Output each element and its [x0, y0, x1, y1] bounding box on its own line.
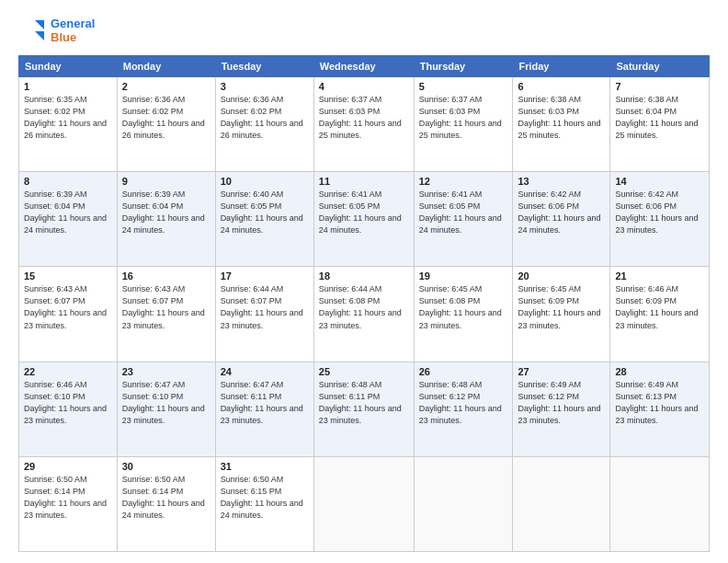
calendar-cell: 4 Sunrise: 6:37 AMSunset: 6:03 PMDayligh… [313, 77, 414, 172]
day-detail: Sunrise: 6:35 AMSunset: 6:02 PMDaylight:… [24, 95, 107, 140]
calendar-cell: 14 Sunrise: 6:42 AMSunset: 6:06 PMDaylig… [610, 172, 710, 267]
day-detail: Sunrise: 6:38 AMSunset: 6:04 PMDaylight:… [615, 95, 698, 140]
calendar-cell [414, 456, 513, 551]
day-number: 13 [518, 176, 605, 187]
calendar-cell: 6 Sunrise: 6:38 AMSunset: 6:03 PMDayligh… [513, 77, 610, 172]
calendar-cell: 21 Sunrise: 6:46 AMSunset: 6:09 PMDaylig… [610, 267, 710, 362]
calendar-cell: 10 Sunrise: 6:40 AMSunset: 6:05 PMDaylig… [215, 172, 313, 267]
calendar-cell: 18 Sunrise: 6:44 AMSunset: 6:08 PMDaylig… [313, 267, 414, 362]
day-detail: Sunrise: 6:50 AMSunset: 6:15 PMDaylight:… [221, 475, 303, 520]
svg-marker-1 [35, 20, 44, 29]
col-header-saturday: Saturday [610, 56, 710, 77]
day-detail: Sunrise: 6:47 AMSunset: 6:10 PMDaylight:… [122, 380, 205, 425]
header: General Blue [18, 17, 710, 46]
day-detail: Sunrise: 6:39 AMSunset: 6:04 PMDaylight:… [122, 190, 205, 235]
day-number: 24 [221, 366, 309, 377]
calendar-cell: 25 Sunrise: 6:48 AMSunset: 6:11 PMDaylig… [313, 362, 414, 456]
day-detail: Sunrise: 6:43 AMSunset: 6:07 PMDaylight:… [122, 284, 205, 329]
day-number: 1 [24, 81, 112, 92]
week-row-5: 29 Sunrise: 6:50 AMSunset: 6:14 PMDaylig… [19, 456, 710, 551]
day-number: 25 [319, 366, 409, 377]
day-detail: Sunrise: 6:37 AMSunset: 6:03 PMDaylight:… [419, 95, 502, 140]
calendar-cell [313, 456, 414, 551]
calendar-cell: 24 Sunrise: 6:47 AMSunset: 6:11 PMDaylig… [215, 362, 313, 456]
logo-line2: Blue [51, 31, 95, 45]
day-number: 6 [518, 81, 605, 92]
day-detail: Sunrise: 6:47 AMSunset: 6:11 PMDaylight:… [221, 380, 303, 425]
day-number: 20 [518, 270, 605, 282]
day-number: 22 [24, 366, 112, 377]
calendar-cell: 1 Sunrise: 6:35 AMSunset: 6:02 PMDayligh… [19, 77, 118, 172]
calendar-table: SundayMondayTuesdayWednesdayThursdayFrid… [18, 55, 710, 552]
page: General Blue SundayMondayTuesdayWednesda… [0, 0, 728, 563]
calendar-cell [513, 456, 610, 551]
day-number: 8 [24, 176, 112, 187]
day-number: 30 [122, 461, 210, 472]
day-detail: Sunrise: 6:48 AMSunset: 6:11 PMDaylight:… [319, 380, 402, 425]
col-header-friday: Friday [513, 56, 610, 77]
day-detail: Sunrise: 6:42 AMSunset: 6:06 PMDaylight:… [518, 190, 600, 235]
day-detail: Sunrise: 6:43 AMSunset: 6:07 PMDaylight:… [24, 284, 107, 329]
day-number: 19 [419, 270, 508, 282]
day-number: 12 [419, 176, 508, 187]
calendar-cell: 29 Sunrise: 6:50 AMSunset: 6:14 PMDaylig… [19, 456, 118, 551]
day-detail: Sunrise: 6:49 AMSunset: 6:13 PMDaylight:… [615, 380, 698, 425]
day-number: 5 [419, 81, 508, 92]
day-number: 26 [419, 366, 508, 377]
calendar-header-row: SundayMondayTuesdayWednesdayThursdayFrid… [19, 56, 710, 77]
calendar-cell: 26 Sunrise: 6:48 AMSunset: 6:12 PMDaylig… [414, 362, 513, 456]
calendar-cell [610, 456, 710, 551]
day-number: 10 [221, 176, 309, 187]
calendar-cell: 5 Sunrise: 6:37 AMSunset: 6:03 PMDayligh… [414, 77, 513, 172]
day-detail: Sunrise: 6:36 AMSunset: 6:02 PMDaylight:… [122, 95, 205, 140]
calendar-cell: 27 Sunrise: 6:49 AMSunset: 6:12 PMDaylig… [513, 362, 610, 456]
logo-line1: General [51, 17, 95, 31]
col-header-sunday: Sunday [19, 56, 118, 77]
col-header-tuesday: Tuesday [215, 56, 313, 77]
day-number: 21 [615, 270, 704, 282]
day-number: 18 [319, 270, 409, 282]
col-header-wednesday: Wednesday [313, 56, 414, 77]
day-number: 4 [319, 81, 409, 92]
calendar-cell: 9 Sunrise: 6:39 AMSunset: 6:04 PMDayligh… [117, 172, 215, 267]
svg-marker-2 [35, 31, 44, 40]
day-number: 9 [122, 176, 210, 187]
day-detail: Sunrise: 6:45 AMSunset: 6:08 PMDaylight:… [419, 284, 502, 329]
day-number: 2 [122, 81, 210, 92]
calendar-cell: 28 Sunrise: 6:49 AMSunset: 6:13 PMDaylig… [610, 362, 710, 456]
day-number: 16 [122, 270, 210, 282]
day-detail: Sunrise: 6:50 AMSunset: 6:14 PMDaylight:… [24, 475, 107, 520]
calendar-cell: 30 Sunrise: 6:50 AMSunset: 6:14 PMDaylig… [117, 456, 215, 551]
calendar-cell: 7 Sunrise: 6:38 AMSunset: 6:04 PMDayligh… [610, 77, 710, 172]
calendar-cell: 23 Sunrise: 6:47 AMSunset: 6:10 PMDaylig… [117, 362, 215, 456]
col-header-monday: Monday [117, 56, 215, 77]
week-row-2: 8 Sunrise: 6:39 AMSunset: 6:04 PMDayligh… [19, 172, 710, 267]
day-number: 27 [518, 366, 605, 377]
day-number: 23 [122, 366, 210, 377]
day-detail: Sunrise: 6:44 AMSunset: 6:08 PMDaylight:… [319, 284, 402, 329]
day-detail: Sunrise: 6:48 AMSunset: 6:12 PMDaylight:… [419, 380, 502, 425]
col-header-thursday: Thursday [414, 56, 513, 77]
day-detail: Sunrise: 6:45 AMSunset: 6:09 PMDaylight:… [518, 284, 600, 329]
week-row-3: 15 Sunrise: 6:43 AMSunset: 6:07 PMDaylig… [19, 267, 710, 362]
calendar-cell: 22 Sunrise: 6:46 AMSunset: 6:10 PMDaylig… [19, 362, 118, 456]
calendar-cell: 8 Sunrise: 6:39 AMSunset: 6:04 PMDayligh… [19, 172, 118, 267]
day-detail: Sunrise: 6:44 AMSunset: 6:07 PMDaylight:… [221, 284, 303, 329]
day-detail: Sunrise: 6:41 AMSunset: 6:05 PMDaylight:… [319, 190, 402, 235]
week-row-4: 22 Sunrise: 6:46 AMSunset: 6:10 PMDaylig… [19, 362, 710, 456]
day-number: 28 [615, 366, 704, 377]
logo-text: General Blue [51, 17, 95, 45]
calendar-cell: 13 Sunrise: 6:42 AMSunset: 6:06 PMDaylig… [513, 172, 610, 267]
calendar-cell: 12 Sunrise: 6:41 AMSunset: 6:05 PMDaylig… [414, 172, 513, 267]
day-number: 3 [221, 81, 309, 92]
day-number: 29 [24, 461, 112, 472]
calendar-cell: 15 Sunrise: 6:43 AMSunset: 6:07 PMDaylig… [19, 267, 118, 362]
calendar-cell: 11 Sunrise: 6:41 AMSunset: 6:05 PMDaylig… [313, 172, 414, 267]
calendar-cell: 3 Sunrise: 6:36 AMSunset: 6:02 PMDayligh… [215, 77, 313, 172]
day-detail: Sunrise: 6:36 AMSunset: 6:02 PMDaylight:… [221, 95, 303, 140]
logo: General Blue [18, 17, 95, 46]
calendar-cell: 2 Sunrise: 6:36 AMSunset: 6:02 PMDayligh… [117, 77, 215, 172]
logo-graphic: General Blue [18, 17, 95, 46]
calendar-cell: 31 Sunrise: 6:50 AMSunset: 6:15 PMDaylig… [215, 456, 313, 551]
day-detail: Sunrise: 6:42 AMSunset: 6:06 PMDaylight:… [615, 190, 698, 235]
